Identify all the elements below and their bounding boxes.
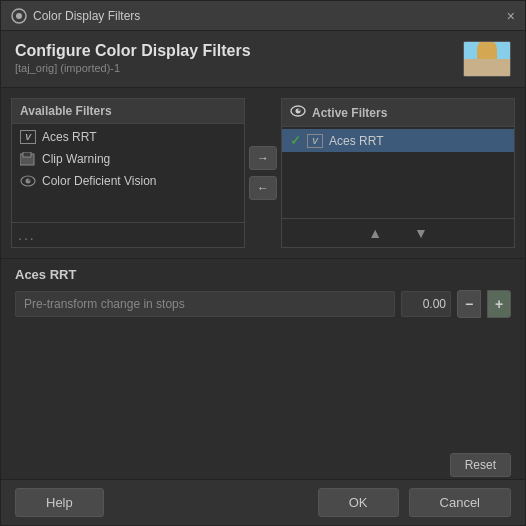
checkmark-icon: ✓ [290,133,301,148]
aces-rrt-icon: V [20,130,36,144]
title-bar-text: Color Display Filters [33,9,140,23]
move-down-button[interactable]: ▼ [408,223,434,243]
filter-item-clip-warning[interactable]: Clip Warning [12,148,244,170]
active-filter-item-aces-rrt[interactable]: ✓ V Aces RRT [282,129,514,152]
reset-button[interactable]: Reset [450,453,511,477]
title-bar-left: Color Display Filters [11,8,140,24]
header-subtitle: [taj_orig] (imported)-1 [15,62,251,74]
aces-control-label: Pre-transform change in stops [15,291,395,317]
main-header: Configure Color Display Filters [taj_ori… [1,31,525,88]
available-filters-panel: Available Filters V Aces RRT Clip Warnin… [11,98,245,248]
title-bar: Color Display Filters × [1,1,525,31]
aces-control: Pre-transform change in stops 0.00 − + [15,290,511,318]
help-button[interactable]: Help [15,488,104,517]
color-display-filters-dialog: Color Display Filters × Configure Color … [0,0,526,526]
active-filters-bottom: ▲ ▼ [282,218,514,247]
move-up-button[interactable]: ▲ [362,223,388,243]
available-filters-list: V Aces RRT Clip Warning [12,124,244,222]
clip-warning-label: Clip Warning [42,152,110,166]
close-button[interactable]: × [507,9,515,23]
aces-rrt-section: Aces RRT Pre-transform change in stops 0… [1,258,525,326]
header-title: Configure Color Display Filters [15,41,251,60]
active-filters-header: Active Filters [282,99,514,127]
svg-point-5 [26,179,31,184]
aces-value-display[interactable]: 0.00 [401,291,451,317]
aces-rrt-active-label: Aces RRT [329,134,383,148]
decrement-button[interactable]: − [457,290,481,318]
active-filters-list: ✓ V Aces RRT [282,127,514,218]
middle-spacer [1,326,525,447]
eye-icon [290,104,306,121]
color-deficient-vision-icon [20,174,36,188]
clip-warning-icon [20,152,36,166]
arrow-buttons: → ← [245,98,281,248]
more-dots[interactable]: ... [18,227,36,243]
aces-rrt-active-icon: V [307,134,323,148]
thumbnail-dome [477,41,497,59]
remove-filter-button[interactable]: ← [249,176,277,200]
ok-cancel-group: OK Cancel [318,488,511,517]
aces-rrt-label: Aces RRT [42,130,96,144]
color-deficient-vision-label: Color Deficient Vision [42,174,157,188]
ok-button[interactable]: OK [318,488,399,517]
available-filters-bottom: ... [12,222,244,247]
filter-item-color-deficient-vision[interactable]: Color Deficient Vision [12,170,244,192]
filters-area: Available Filters V Aces RRT Clip Warnin… [1,88,525,258]
filter-item-aces-rrt[interactable]: V Aces RRT [12,126,244,148]
svg-point-6 [28,179,30,181]
aces-rrt-section-title: Aces RRT [15,267,511,282]
svg-point-9 [298,109,300,111]
svg-point-1 [16,13,22,19]
color-display-icon [11,8,27,24]
svg-rect-3 [23,152,31,157]
active-filters-title: Active Filters [312,106,387,120]
svg-point-8 [296,109,301,114]
footer-reset-area: Reset [1,447,525,479]
add-filter-button[interactable]: → [249,146,277,170]
increment-button[interactable]: + [487,290,511,318]
header-text-block: Configure Color Display Filters [taj_ori… [15,41,251,74]
thumbnail-image [464,42,510,76]
cancel-button[interactable]: Cancel [409,488,511,517]
available-filters-header: Available Filters [12,99,244,124]
footer-buttons: Help OK Cancel [1,479,525,525]
active-filters-panel: Active Filters ✓ V Aces RRT ▲ ▼ [281,98,515,248]
thumbnail [463,41,511,77]
